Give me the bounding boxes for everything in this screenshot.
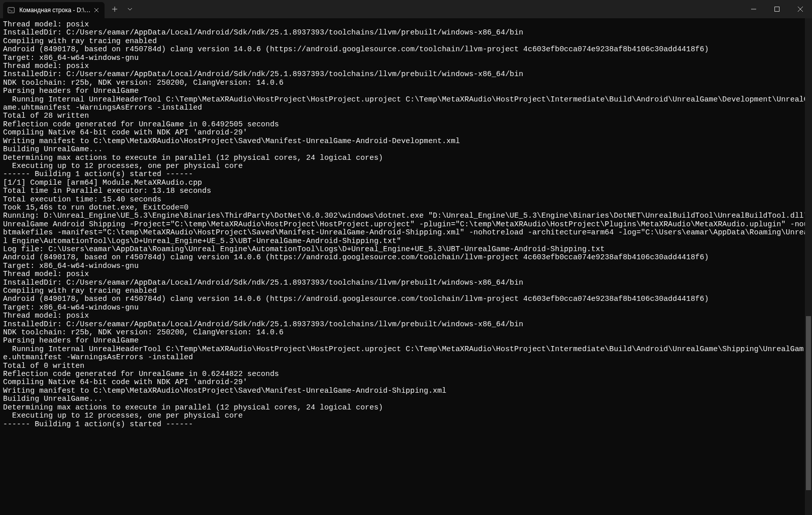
tab-dropdown-button[interactable] (123, 0, 137, 18)
tab-title: Командная строка - D:\Unrea (19, 7, 92, 14)
svg-rect-7 (775, 7, 780, 12)
minimize-button[interactable] (742, 0, 765, 18)
close-button[interactable] (789, 0, 812, 18)
window-controls (742, 0, 812, 18)
new-tab-button[interactable] (107, 0, 123, 18)
svg-rect-0 (8, 8, 14, 13)
scrollbar[interactable] (805, 18, 812, 515)
tab-active[interactable]: Командная строка - D:\Unrea (3, 2, 105, 18)
scrollbar-thumb[interactable] (806, 316, 811, 490)
titlebar-drag-area[interactable] (137, 0, 742, 18)
tab-close-button[interactable] (92, 6, 100, 14)
terminal-icon (7, 6, 15, 14)
maximize-button[interactable] (765, 0, 789, 18)
titlebar: Командная строка - D:\Unrea (0, 0, 812, 18)
terminal-output[interactable]: Thread model: posix InstalledDir: C:/Use… (0, 18, 812, 515)
